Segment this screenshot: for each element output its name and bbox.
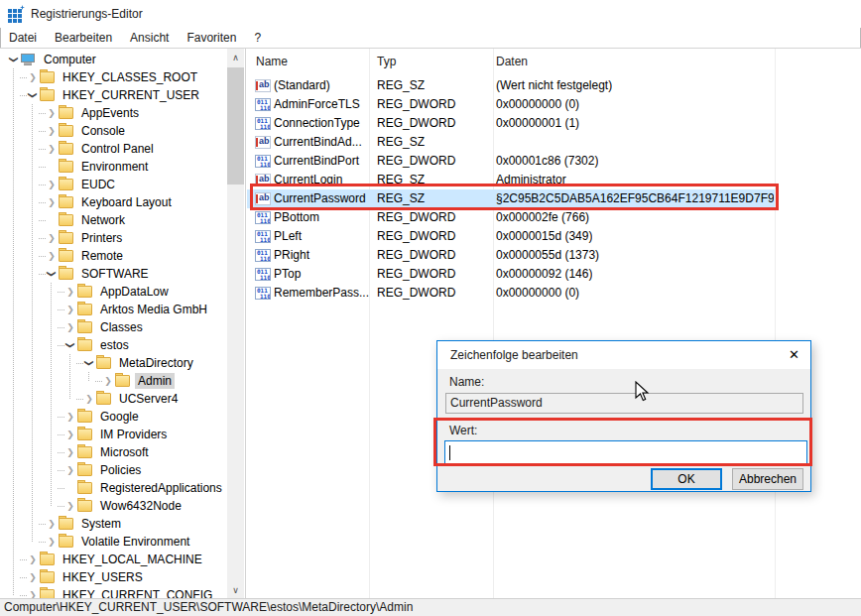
tree-item-microsoft[interactable]: Microsoft <box>0 443 226 461</box>
tree-item-im-providers[interactable]: IM Providers <box>0 426 226 443</box>
menu-item-datei[interactable]: Datei <box>0 28 46 48</box>
value-row-adminforcetls[interactable]: AdminForceTLSREG_DWORD0x00000000 (0) <box>247 95 775 114</box>
value-row-rememberpass[interactable]: RememberPass...REG_DWORD0x00000000 (0) <box>247 284 775 303</box>
chevron-collapsed-icon[interactable] <box>64 464 76 476</box>
chevron-collapsed-icon[interactable] <box>64 321 76 333</box>
tree-connector <box>39 542 46 543</box>
column-header-data[interactable]: Daten <box>496 49 528 74</box>
tree-item-ucserver4[interactable]: UCServer4 <box>0 390 226 408</box>
chevron-collapsed-icon[interactable] <box>46 536 58 548</box>
registry-editor-icon <box>8 6 25 23</box>
chevron-collapsed-icon[interactable] <box>64 304 76 315</box>
tree-item-computer[interactable]: Computer <box>0 51 226 68</box>
tree-item-hkey-local-machine[interactable]: HKEY_LOCAL_MACHINE <box>0 551 226 568</box>
registry-key-folder-icon <box>40 89 55 101</box>
tree-item-volatile-environment[interactable]: Volatile Environment <box>0 533 226 551</box>
chevron-collapsed-icon[interactable] <box>27 589 39 598</box>
menu-item-favoriten[interactable]: Favoriten <box>178 28 245 48</box>
chevron-collapsed-icon[interactable] <box>46 143 58 155</box>
registry-key-folder-icon <box>59 250 73 262</box>
tree-item-label: MetaDirectory <box>116 355 196 371</box>
value-row-connectiontype[interactable]: ConnectionTypeREG_DWORD0x00000001 (1) <box>247 114 775 133</box>
value-data: 0x00001c86 (7302) <box>496 152 598 171</box>
tree-item-keyboard-layout[interactable]: Keyboard Layout <box>0 193 226 211</box>
chevron-collapsed-icon[interactable] <box>46 107 58 119</box>
chevron-expanded-icon[interactable] <box>46 268 58 280</box>
chevron-collapsed-icon[interactable] <box>46 518 58 530</box>
tree-item-arktos-media-gmbh[interactable]: Arktos Media GmbH <box>0 301 226 318</box>
chevron-collapsed-icon[interactable] <box>27 71 39 83</box>
tree-item-remote[interactable]: Remote <box>0 247 226 265</box>
tree-item-system[interactable]: System <box>0 515 226 533</box>
chevron-collapsed-icon[interactable] <box>46 232 58 244</box>
menu-item-ansicht[interactable]: Ansicht <box>121 28 178 48</box>
tree-item-console[interactable]: Console <box>0 122 226 140</box>
chevron-collapsed-icon[interactable] <box>46 196 58 208</box>
tree-item-appevents[interactable]: AppEvents <box>0 104 226 122</box>
tree-item-hkey-current-user[interactable]: HKEY_CURRENT_USER <box>0 86 226 104</box>
value-row-pright[interactable]: PRightREG_DWORD0x0000055d (1373) <box>247 246 775 265</box>
chevron-collapsed-icon[interactable] <box>46 250 58 262</box>
value-data: 0x00000000 (0) <box>496 284 579 303</box>
tree-item-software[interactable]: SOFTWARE <box>0 265 226 283</box>
value-row-pbottom[interactable]: PBottomREG_DWORD0x000002fe (766) <box>247 208 775 227</box>
column-header-type[interactable]: Typ <box>377 49 396 74</box>
tree-item-network[interactable]: Network <box>0 211 226 229</box>
value-row-pleft[interactable]: PLeftREG_DWORD0x0000015d (349) <box>247 227 775 246</box>
menu-item-[interactable]: ? <box>245 28 270 48</box>
scrollbar-thumb[interactable] <box>227 67 244 185</box>
chevron-collapsed-icon[interactable] <box>64 286 76 298</box>
scroll-down-icon[interactable]: ∨ <box>227 581 244 598</box>
chevron-expanded-icon[interactable] <box>8 54 20 65</box>
tree-item-policies[interactable]: Policies <box>0 461 226 479</box>
tree-item-printers[interactable]: Printers <box>0 229 226 247</box>
chevron-collapsed-icon[interactable] <box>64 429 76 440</box>
chevron-collapsed-icon[interactable] <box>83 393 95 405</box>
cancel-button[interactable]: Abbrechen <box>732 468 803 490</box>
dword-value-icon <box>255 249 271 262</box>
column-header-name[interactable]: Name <box>256 49 288 74</box>
tree-item-environment[interactable]: Environment <box>0 158 226 176</box>
tree-item-control-panel[interactable]: Control Panel <box>0 140 226 158</box>
tree-item-eudc[interactable]: EUDC <box>0 176 226 193</box>
menu-item-bearbeiten[interactable]: Bearbeiten <box>46 28 121 48</box>
tree-item-metadirectory[interactable]: MetaDirectory <box>0 354 226 372</box>
tree-connector <box>39 256 46 257</box>
tree-scrollbar[interactable]: ∧ ∨ <box>227 49 244 598</box>
close-icon[interactable] <box>789 341 800 369</box>
scroll-up-icon[interactable]: ∧ <box>227 49 244 65</box>
tree-item-admin[interactable]: Admin <box>0 372 226 390</box>
value-row-standard[interactable]: (Standard)REG_SZ(Wert nicht festgelegt) <box>247 76 775 95</box>
chevron-collapsed-icon[interactable] <box>64 446 76 458</box>
chevron-collapsed-icon[interactable] <box>46 179 58 190</box>
tree-item-hkey-users[interactable]: HKEY_USERS <box>0 568 226 586</box>
tree-item-appdatalow[interactable]: AppDataLow <box>0 283 226 301</box>
chevron-collapsed-icon[interactable] <box>27 571 39 583</box>
tree-item-label: IM Providers <box>97 427 170 442</box>
value-row-ptop[interactable]: PTopREG_DWORD0x00000092 (146) <box>247 265 775 284</box>
chevron-collapsed-icon[interactable] <box>27 554 39 565</box>
tree-item-estos[interactable]: estos <box>0 336 226 354</box>
tree-item-wow6432node[interactable]: Wow6432Node <box>0 497 226 515</box>
value-row-currentbindad[interactable]: CurrentBindAd...REG_SZ <box>247 133 775 152</box>
chevron-expanded-icon[interactable] <box>27 89 39 101</box>
tree-item-registeredapplications[interactable]: RegisteredApplications <box>0 479 226 497</box>
chevron-collapsed-icon[interactable] <box>102 375 114 387</box>
chevron-collapsed-icon[interactable] <box>64 500 76 512</box>
tree-connector <box>39 167 46 168</box>
chevron-expanded-icon[interactable] <box>83 357 95 369</box>
chevron-expanded-icon[interactable] <box>64 339 76 351</box>
tree-item-hkey-classes-root[interactable]: HKEY_CLASSES_ROOT <box>0 68 226 86</box>
tree-connector <box>58 309 64 310</box>
tree-item-classes[interactable]: Classes <box>0 318 226 336</box>
ok-button[interactable]: OK <box>651 468 722 490</box>
panel-divider[interactable] <box>245 49 246 598</box>
chevron-collapsed-icon[interactable] <box>64 411 76 423</box>
chevron-collapsed-icon[interactable] <box>46 125 58 137</box>
value-row-currentbindport[interactable]: CurrentBindPortREG_DWORD0x00001c86 (7302… <box>247 152 775 171</box>
dword-value-icon <box>255 117 271 130</box>
registry-key-folder-icon <box>59 518 73 530</box>
tree-item-hkey-current-config[interactable]: HKEY_CURRENT_CONFIG <box>0 586 226 598</box>
tree-item-label: Wow6432Node <box>97 498 184 514</box>
tree-item-google[interactable]: Google <box>0 408 226 426</box>
